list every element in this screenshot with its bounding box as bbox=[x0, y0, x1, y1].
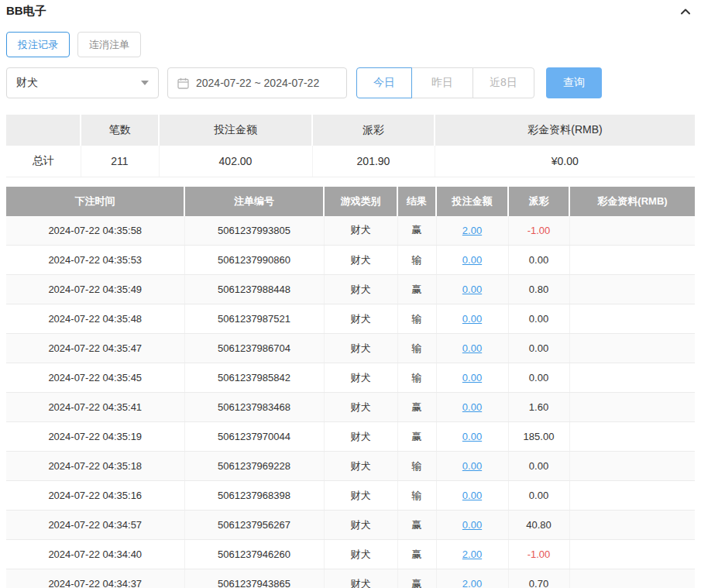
game-type-cell: 财犬 bbox=[324, 216, 397, 246]
result-cell: 赢 bbox=[397, 393, 436, 422]
bonus-cell bbox=[569, 422, 695, 452]
quick-yesterday-button[interactable]: 昨日 bbox=[411, 67, 473, 98]
bet-amount-link[interactable]: 0.00 bbox=[436, 246, 508, 275]
bet-time-cell: 2024-07-22 04:35:48 bbox=[6, 304, 184, 334]
summary-header-blank bbox=[6, 115, 81, 146]
bonus-cell bbox=[569, 481, 695, 511]
bet-time-cell: 2024-07-22 04:34:37 bbox=[6, 569, 184, 588]
bet-amount-link[interactable]: 0.00 bbox=[436, 511, 508, 540]
column-header-bonus: 彩金资料(RMB) bbox=[569, 187, 695, 216]
calendar-icon bbox=[177, 77, 189, 89]
summary-table: 笔数 投注金额 派彩 彩金资料(RMB) 总计 211 402.00 201.9… bbox=[6, 115, 695, 177]
result-cell: 输 bbox=[397, 334, 436, 363]
game-select[interactable]: 财犬 bbox=[6, 67, 159, 98]
quick-last8days-button[interactable]: 近8日 bbox=[472, 67, 534, 98]
payout-cell: 185.00 bbox=[508, 422, 569, 452]
game-select-value: 财犬 bbox=[16, 76, 38, 90]
payout-cell: 0.80 bbox=[508, 275, 569, 304]
order-number-cell: 5061237990860 bbox=[184, 246, 324, 275]
table-row: 2024-07-22 04:35:48 5061237987521 财犬 输 0… bbox=[6, 304, 695, 334]
bonus-cell bbox=[569, 540, 695, 569]
filter-bar: 财犬 2024-07-22 ~ 2024-07-22 今日 昨日 近8日 查询 bbox=[6, 67, 695, 98]
bet-amount-link[interactable]: 0.00 bbox=[436, 363, 508, 393]
payout-cell: 0.00 bbox=[508, 452, 569, 481]
bonus-cell bbox=[569, 304, 695, 334]
game-type-cell: 财犬 bbox=[324, 452, 397, 481]
bet-amount-link[interactable]: 0.00 bbox=[436, 275, 508, 304]
bet-time-cell: 2024-07-22 04:35:18 bbox=[6, 452, 184, 481]
date-range-value: 2024-07-22 ~ 2024-07-22 bbox=[196, 77, 319, 89]
quick-today-button[interactable]: 今日 bbox=[356, 67, 412, 98]
summary-total-label: 总计 bbox=[6, 146, 81, 177]
summary-total-bonus: ¥0.00 bbox=[435, 146, 695, 177]
game-type-cell: 财犬 bbox=[324, 363, 397, 393]
table-row: 2024-07-22 04:35:49 5061237988448 财犬 赢 0… bbox=[6, 275, 695, 304]
result-cell: 赢 bbox=[397, 511, 436, 540]
payout-cell: 0.00 bbox=[508, 304, 569, 334]
payout-cell: 0.00 bbox=[508, 481, 569, 511]
bet-amount-link[interactable]: 0.00 bbox=[436, 334, 508, 363]
summary-total-count: 211 bbox=[81, 146, 159, 177]
bet-amount-link[interactable]: 2.00 bbox=[436, 540, 508, 569]
result-cell: 输 bbox=[397, 452, 436, 481]
bet-time-cell: 2024-07-22 04:34:40 bbox=[6, 540, 184, 569]
bet-amount-link[interactable]: 2.00 bbox=[436, 216, 508, 246]
bet-time-cell: 2024-07-22 04:35:49 bbox=[6, 275, 184, 304]
collapse-chevron-up-icon[interactable] bbox=[676, 5, 695, 18]
date-range-input[interactable]: 2024-07-22 ~ 2024-07-22 bbox=[167, 67, 347, 98]
order-number-cell: 5061237993805 bbox=[184, 216, 324, 246]
result-cell: 赢 bbox=[397, 540, 436, 569]
game-type-cell: 财犬 bbox=[324, 393, 397, 422]
table-row: 2024-07-22 04:35:47 5061237986704 财犬 输 0… bbox=[6, 334, 695, 363]
order-number-cell: 5061237968398 bbox=[184, 481, 324, 511]
bonus-cell bbox=[569, 452, 695, 481]
column-header-order-number: 注单编号 bbox=[184, 187, 324, 216]
column-header-game-type: 游戏类别 bbox=[324, 187, 397, 216]
game-type-cell: 财犬 bbox=[324, 540, 397, 569]
tab-bet-records[interactable]: 投注记录 bbox=[6, 32, 70, 57]
payout-cell: -1.00 bbox=[508, 216, 569, 246]
summary-header-payout: 派彩 bbox=[312, 115, 435, 146]
bet-time-cell: 2024-07-22 04:35:41 bbox=[6, 393, 184, 422]
column-header-result: 结果 bbox=[397, 187, 436, 216]
order-number-cell: 5061237983468 bbox=[184, 393, 324, 422]
bet-time-cell: 2024-07-22 04:35:19 bbox=[6, 422, 184, 452]
search-button[interactable]: 查询 bbox=[546, 67, 602, 98]
result-cell: 输 bbox=[397, 481, 436, 511]
summary-total-payout: 201.90 bbox=[312, 146, 435, 177]
order-number-cell: 5061237956267 bbox=[184, 511, 324, 540]
order-number-cell: 5061237969228 bbox=[184, 452, 324, 481]
bet-time-cell: 2024-07-22 04:35:47 bbox=[6, 334, 184, 363]
game-type-cell: 财犬 bbox=[324, 481, 397, 511]
table-row: 2024-07-22 04:35:41 5061237983468 财犬 赢 0… bbox=[6, 393, 695, 422]
payout-cell: -1.00 bbox=[508, 540, 569, 569]
bonus-cell bbox=[569, 246, 695, 275]
game-type-cell: 财犬 bbox=[324, 246, 397, 275]
bet-time-cell: 2024-07-22 04:35:16 bbox=[6, 481, 184, 511]
tab-cancelled-orders[interactable]: 连消注单 bbox=[77, 32, 141, 57]
order-number-cell: 5061237988448 bbox=[184, 275, 324, 304]
bet-amount-link[interactable]: 2.00 bbox=[436, 569, 508, 588]
bet-amount-link[interactable]: 0.00 bbox=[436, 304, 508, 334]
payout-cell: 0.00 bbox=[508, 246, 569, 275]
payout-cell: 0.00 bbox=[508, 363, 569, 393]
bet-time-cell: 2024-07-22 04:35:58 bbox=[6, 216, 184, 246]
table-row: 2024-07-22 04:34:40 5061237946260 财犬 赢 2… bbox=[6, 540, 695, 569]
bonus-cell bbox=[569, 363, 695, 393]
bet-amount-link[interactable]: 0.00 bbox=[436, 422, 508, 452]
order-number-cell: 5061237986704 bbox=[184, 334, 324, 363]
payout-cell: 0.00 bbox=[508, 334, 569, 363]
bet-amount-link[interactable]: 0.00 bbox=[436, 481, 508, 511]
game-type-cell: 财犬 bbox=[324, 569, 397, 588]
summary-total-bet-amount: 402.00 bbox=[159, 146, 312, 177]
game-type-cell: 财犬 bbox=[324, 275, 397, 304]
table-row: 2024-07-22 04:35:19 5061237970044 财犬 赢 0… bbox=[6, 422, 695, 452]
bonus-cell bbox=[569, 334, 695, 363]
result-cell: 赢 bbox=[397, 216, 436, 246]
bet-amount-link[interactable]: 0.00 bbox=[436, 452, 508, 481]
payout-cell: 0.70 bbox=[508, 569, 569, 588]
chevron-down-icon bbox=[141, 81, 149, 85]
bet-amount-link[interactable]: 0.00 bbox=[436, 393, 508, 422]
order-number-cell: 5061237943865 bbox=[184, 569, 324, 588]
panel-header: BB电子 bbox=[6, 0, 695, 19]
